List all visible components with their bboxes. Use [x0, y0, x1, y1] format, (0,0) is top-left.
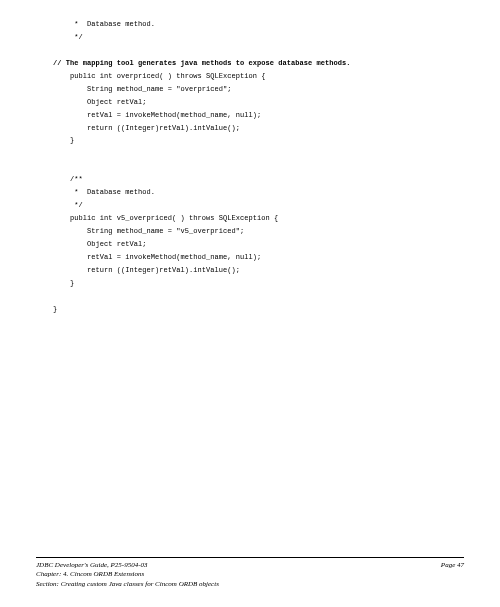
code-line: } — [36, 305, 57, 313]
code-line: */ — [36, 33, 83, 41]
code-line: String method_name = "v5_overpriced"; — [36, 227, 244, 235]
page-footer: JDBC Developer's Guide, P25-9504-03 Chap… — [36, 557, 464, 589]
footer-chapter: Chapter: 4. Cincom ORDB Extensions — [36, 570, 219, 579]
code-line: public int v5_overpriced( ) throws SQLEx… — [36, 214, 278, 222]
code-line: return ((Integer)retVal).intValue(); — [36, 124, 240, 132]
code-line: Object retVal; — [36, 98, 147, 106]
footer-section: Section: Creating custom Java classes fo… — [36, 580, 219, 589]
code-block: * Database method. */ // The mapping too… — [36, 18, 464, 316]
code-line: } — [36, 279, 74, 287]
code-line: /** — [36, 175, 83, 183]
code-comment-line: // The mapping tool generates java metho… — [36, 59, 351, 67]
code-line: String method_name = "overpriced"; — [36, 85, 232, 93]
code-line: retVal = invokeMethod(method_name, null)… — [36, 111, 261, 119]
footer-page-number: Page 47 — [441, 561, 464, 589]
code-line: } — [36, 136, 74, 144]
code-line: Object retVal; — [36, 240, 147, 248]
code-line: retVal = invokeMethod(method_name, null)… — [36, 253, 261, 261]
footer-left: JDBC Developer's Guide, P25-9504-03 Chap… — [36, 561, 219, 589]
code-line: * Database method. — [36, 188, 155, 196]
code-line: * Database method. — [36, 20, 155, 28]
code-line: return ((Integer)retVal).intValue(); — [36, 266, 240, 274]
footer-guide: JDBC Developer's Guide, P25-9504-03 — [36, 561, 219, 570]
code-line: */ — [36, 201, 83, 209]
code-line: public int overpriced( ) throws SQLExcep… — [36, 72, 266, 80]
